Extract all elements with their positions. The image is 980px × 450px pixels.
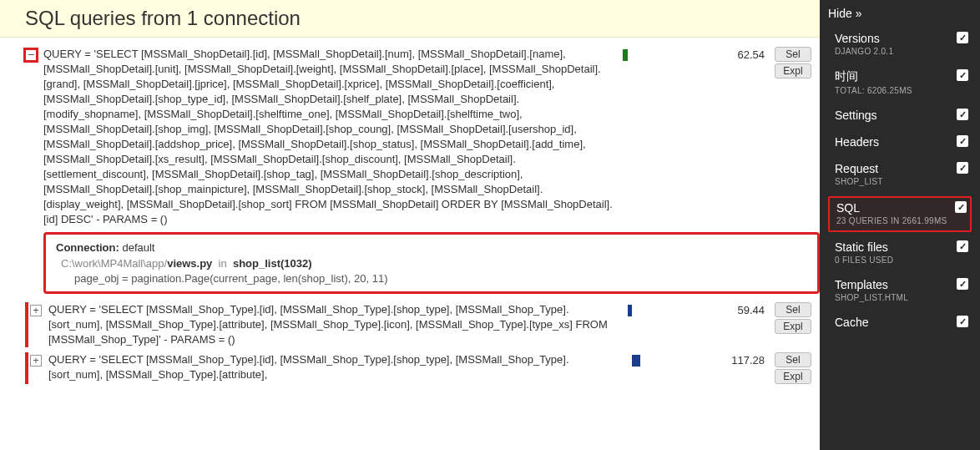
panel-templates[interactable]: Templates shop_list.html bbox=[828, 275, 972, 307]
check-icon[interactable] bbox=[957, 69, 968, 81]
time-bar bbox=[628, 305, 632, 316]
check-icon[interactable] bbox=[957, 109, 968, 120]
time-bar-column bbox=[623, 352, 715, 384]
check-icon[interactable] bbox=[957, 135, 968, 147]
toggle-icon[interactable] bbox=[25, 49, 37, 61]
check-icon[interactable] bbox=[957, 32, 968, 43]
panel-versions[interactable]: Versions Django 2.0.1 bbox=[828, 28, 972, 61]
toggle-icon[interactable] bbox=[30, 355, 42, 367]
check-icon[interactable] bbox=[957, 278, 968, 290]
panel-static-files[interactable]: Static files 0 files used bbox=[828, 237, 972, 270]
trace-code: page_obj = pagination.Page(current_page,… bbox=[74, 272, 807, 285]
query-actions: Sel Expl bbox=[775, 352, 811, 384]
query-text: QUERY = 'SELECT [MSSMall_Shop_Type].[id]… bbox=[48, 352, 623, 384]
panel-sql[interactable]: SQL 23 queries in 2661.99ms bbox=[828, 196, 972, 232]
check-icon[interactable] bbox=[957, 240, 968, 252]
time-bar bbox=[623, 49, 628, 61]
toggle-icon[interactable] bbox=[30, 305, 42, 316]
panel-title: SQL queries from 1 connection bbox=[25, 7, 955, 30]
time-bar bbox=[632, 355, 640, 367]
expl-button[interactable]: Expl bbox=[775, 319, 811, 334]
query-row: QUERY = 'SELECT [MSSMall_Shop_Type].[id]… bbox=[25, 352, 820, 384]
check-icon[interactable] bbox=[955, 201, 967, 213]
check-icon[interactable] bbox=[957, 162, 968, 174]
query-time: 62.54 bbox=[715, 47, 765, 227]
hide-link[interactable]: Hide » bbox=[828, 7, 972, 20]
query-row: QUERY = 'SELECT [MSSMall_Shop_Type].[id]… bbox=[25, 302, 820, 347]
time-bar-column bbox=[623, 302, 715, 347]
trace-path: C:\work\MP4Mall\app/views.py in shop_lis… bbox=[61, 257, 807, 270]
expl-button[interactable]: Expl bbox=[775, 63, 811, 78]
time-bar-column bbox=[623, 47, 715, 227]
panel-headers[interactable]: Headers bbox=[828, 132, 972, 154]
query-actions: Sel Expl bbox=[775, 47, 811, 227]
panel-time[interactable]: 时间 Total: 6206.25ms bbox=[828, 66, 972, 100]
query-row: QUERY = 'SELECT [MSSMall_ShopDetail].[id… bbox=[25, 47, 820, 227]
trace-connection: Connection: default bbox=[56, 241, 807, 254]
panel-settings[interactable]: Settings bbox=[828, 105, 972, 127]
sel-button[interactable]: Sel bbox=[775, 302, 811, 317]
debug-sidebar: Hide » Versions Django 2.0.1 时间 Total: 6… bbox=[820, 0, 980, 450]
query-trace: Connection: default C:\work\MP4Mall\app/… bbox=[43, 232, 820, 294]
check-icon[interactable] bbox=[957, 316, 968, 327]
query-text: QUERY = 'SELECT [MSSMall_Shop_Type].[id]… bbox=[48, 302, 623, 347]
query-text: QUERY = 'SELECT [MSSMall_ShopDetail].[id… bbox=[43, 47, 623, 227]
query-actions: Sel Expl bbox=[775, 302, 811, 347]
panel-cache[interactable]: Cache bbox=[828, 312, 972, 334]
query-list: QUERY = 'SELECT [MSSMall_ShopDetail].[id… bbox=[0, 40, 820, 450]
sel-button[interactable]: Sel bbox=[775, 352, 811, 367]
panel-request[interactable]: Request shop_list bbox=[828, 159, 972, 191]
sel-button[interactable]: Sel bbox=[775, 47, 811, 62]
expl-button[interactable]: Expl bbox=[775, 369, 811, 384]
query-time: 117.28 bbox=[715, 352, 765, 384]
query-time: 59.44 bbox=[715, 302, 765, 347]
